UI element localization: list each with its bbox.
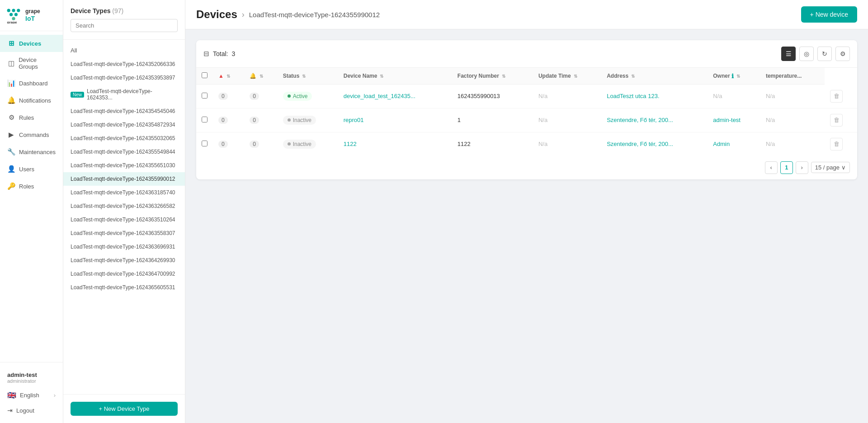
sidebar-item-label: Roles: [19, 183, 34, 190]
sidebar-item-rules[interactable]: ⚙ Rules: [0, 109, 63, 126]
owner-sort-icon: ⇅: [736, 74, 740, 79]
row-temperature: N/a: [760, 132, 825, 156]
sidebar-item-users[interactable]: 👤 Users: [0, 160, 63, 178]
logout-button[interactable]: ⇥ Logout: [0, 403, 63, 418]
sidebar-item-dashboard[interactable]: 📊 Dashboard: [0, 75, 63, 92]
filter-icon[interactable]: ⊟: [203, 50, 209, 58]
logout-icon: ⇥: [7, 407, 13, 414]
th-checkbox: [196, 68, 213, 85]
status-sort-icon: ⇅: [302, 74, 306, 79]
device-name-link[interactable]: repro01: [344, 117, 364, 123]
th-owner[interactable]: Owner ℹ ⇅: [708, 68, 760, 85]
new-device-button[interactable]: + New device: [801, 6, 857, 23]
language-selector[interactable]: 🇬🇧 English ›: [0, 387, 63, 403]
address-link[interactable]: Szentendre, Fő tér, 200...: [607, 141, 673, 147]
row-temperature: N/a: [760, 85, 825, 108]
th-status[interactable]: Status ⇅: [278, 68, 338, 85]
device-type-item[interactable]: LoadTest-mqtt-deviceType-1624354545046: [63, 104, 185, 118]
delete-button[interactable]: 🗑: [830, 90, 843, 103]
list-view-button[interactable]: ☰: [781, 47, 796, 61]
device-type-item[interactable]: LoadTest-mqtt-deviceType-1624364269930: [63, 254, 185, 267]
content-area: ⊟ Total: 3 ☰ ◎ ↻ ⚙: [185, 29, 868, 423]
row-checkbox-cell: [196, 108, 213, 132]
prev-page-button[interactable]: ‹: [765, 161, 778, 174]
table-row: 0 0 Active device_load_test_162435... 16…: [196, 85, 857, 108]
map-view-button[interactable]: ◎: [799, 47, 814, 61]
delete-button[interactable]: 🗑: [830, 138, 843, 150]
devices-table: ▲ ⇅ 🔔 ⇅ Status ⇅: [196, 68, 857, 156]
th-update-time[interactable]: Update Time ⇅: [533, 68, 601, 85]
device-type-item[interactable]: LoadTest-mqtt-deviceType-1624352066336: [63, 57, 185, 71]
sidebar-footer: admin-test administrator 🇬🇧 English › ⇥ …: [0, 362, 63, 423]
device-type-item[interactable]: LoadTest-mqtt-deviceType-1624365605531: [63, 281, 185, 294]
th-alerts[interactable]: ▲ ⇅: [213, 68, 244, 85]
device-type-item[interactable]: LoadTest-mqtt-deviceType-1624355032065: [63, 132, 185, 145]
update-time-col-label: Update Time: [538, 73, 571, 79]
device-type-item[interactable]: LoadTest-mqtt-deviceType-1624355990012: [63, 172, 185, 186]
row-checkbox[interactable]: [202, 117, 208, 122]
device-type-item[interactable]: LoadTest-mqtt-deviceType-1624363558307: [63, 226, 185, 240]
sidebar-item-maintenances[interactable]: 🔧 Maintenances: [0, 143, 63, 160]
table-container: ⊟ Total: 3 ☰ ◎ ↻ ⚙: [196, 40, 857, 179]
device-groups-icon: ◫: [7, 59, 15, 67]
device-name-link[interactable]: device_load_test_162435...: [344, 93, 415, 99]
refresh-button[interactable]: ↻: [817, 47, 832, 61]
header-row: ▲ ⇅ 🔔 ⇅ Status ⇅: [196, 68, 857, 85]
select-all-checkbox[interactable]: [202, 72, 208, 78]
device-type-item[interactable]: NewLoadTest-mqtt-deviceType-1624353...: [63, 85, 185, 104]
device-type-item[interactable]: LoadTest-mqtt-deviceType-1624363696931: [63, 240, 185, 254]
row-owner: N/a: [708, 85, 760, 108]
device-type-item[interactable]: LoadTest-mqtt-deviceType-1624364700992: [63, 267, 185, 281]
th-address[interactable]: Address ⇅: [601, 68, 708, 85]
device-type-item[interactable]: LoadTest-mqtt-deviceType-1624355651030: [63, 159, 185, 172]
device-type-item[interactable]: LoadTest-mqtt-deviceType-1624363266582: [63, 199, 185, 213]
owner-link[interactable]: Admin: [713, 141, 730, 147]
row-alerts: 0: [213, 132, 244, 156]
device-type-item[interactable]: LoadTest-mqtt-deviceType-1624363510264: [63, 213, 185, 226]
row-update-time: N/a: [533, 132, 601, 156]
sidebar-item-commands[interactable]: ▶ Commands: [0, 126, 63, 143]
sidebar-item-roles[interactable]: 🔑 Roles: [0, 178, 63, 195]
row-checkbox[interactable]: [202, 93, 208, 99]
page-size-selector[interactable]: 15 / page ∨: [811, 162, 850, 173]
device-type-item[interactable]: LoadTest-mqtt-deviceType-1624363185740: [63, 186, 185, 199]
notifications-icon: 🔔: [7, 96, 15, 104]
row-checkbox[interactable]: [202, 141, 208, 146]
row-factory-number: 1: [452, 108, 533, 132]
settings-button[interactable]: ⚙: [835, 47, 850, 61]
devices-icon: ⊞: [7, 39, 15, 47]
status-badge: Inactive: [283, 116, 316, 125]
device-name-col-label: Device Name: [344, 73, 377, 79]
breadcrumb-separator: ›: [242, 10, 245, 19]
sidebar-item-label: Users: [19, 166, 34, 173]
search-input[interactable]: [71, 19, 178, 32]
next-page-button[interactable]: ›: [796, 161, 808, 174]
address-link[interactable]: LoadTeszt utca 123.: [607, 93, 659, 99]
row-device-name: 1122: [338, 132, 452, 156]
pagination: ‹ 1 › 15 / page ∨: [196, 156, 857, 179]
sidebar-item-devices[interactable]: ⊞ Devices: [0, 35, 63, 52]
sidebar-item-label: Maintenances: [19, 149, 56, 155]
page-1-button[interactable]: 1: [780, 161, 793, 174]
page-title: Devices: [196, 8, 237, 21]
device-type-item[interactable]: LoadTest-mqtt-deviceType-1624355549844: [63, 145, 185, 159]
th-notifications[interactable]: 🔔 ⇅: [244, 68, 277, 85]
flag-icon: 🇬🇧: [7, 391, 16, 400]
th-device-name[interactable]: Device Name ⇅: [338, 68, 452, 85]
th-factory-number[interactable]: Factory Number ⇅: [452, 68, 533, 85]
svg-point-5: [12, 17, 15, 20]
sidebar-item-device-groups[interactable]: ◫ Device Groups: [0, 52, 63, 75]
address-link[interactable]: Szentendre, Fő tér, 200...: [607, 117, 673, 123]
sidebar-item-notifications[interactable]: 🔔 Notifications: [0, 92, 63, 109]
device-type-item[interactable]: LoadTest-mqtt-deviceType-1624353953897: [63, 71, 185, 85]
device-name-link[interactable]: 1122: [344, 141, 357, 147]
table-body: 0 0 Active device_load_test_162435... 16…: [196, 85, 857, 156]
device-types-container: LoadTest-mqtt-deviceType-1624352066336Lo…: [63, 57, 185, 294]
owner-link[interactable]: admin-test: [713, 117, 741, 123]
notifications-count: 0: [250, 141, 259, 148]
new-device-type-button[interactable]: + New Device Type: [71, 402, 178, 416]
device-type-all[interactable]: All: [63, 43, 185, 57]
factory-sort-icon: ⇅: [502, 74, 505, 79]
device-type-item[interactable]: LoadTest-mqtt-deviceType-1624354872934: [63, 118, 185, 132]
delete-button[interactable]: 🗑: [830, 114, 843, 127]
